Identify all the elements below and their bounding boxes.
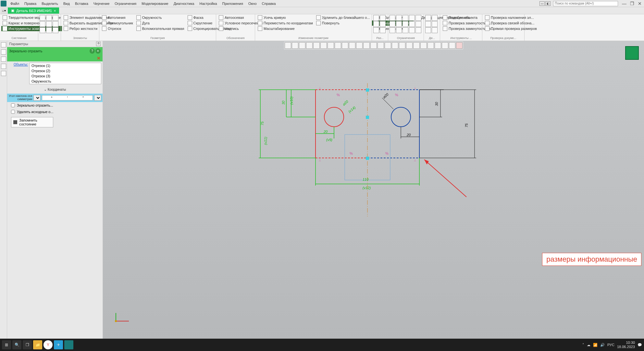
ogr-ic-13[interactable] xyxy=(402,27,408,33)
raz-ic-4[interactable] xyxy=(380,21,386,27)
explorer-icon[interactable]: 📁 xyxy=(33,340,42,349)
menu-insert[interactable]: Вставка xyxy=(72,1,91,6)
objects-list[interactable]: Отрезок (1) Отрезок (2) Отрезок (3) Окру… xyxy=(29,63,101,84)
qa-ic-6[interactable] xyxy=(53,21,58,27)
qa-ic-1[interactable] xyxy=(40,15,45,21)
system-tray[interactable]: ˄ ☁ 📶 🔊 РУС 10:3018.06.2023 💬 xyxy=(582,341,642,349)
ogr-ic-14[interactable] xyxy=(409,27,415,33)
kompas-icon[interactable] xyxy=(64,340,73,349)
qa-ic-8[interactable] xyxy=(46,27,52,33)
raz-ic-3[interactable] xyxy=(373,21,379,27)
raz-ic-1[interactable] xyxy=(373,15,379,21)
qa-ic-4[interactable] xyxy=(40,21,45,27)
raz-ic-2[interactable] xyxy=(380,15,386,21)
qa-ic-5[interactable] xyxy=(46,21,52,27)
rb-link-check[interactable]: Проверка связей обозна... xyxy=(484,20,538,26)
ogr-ic-15[interactable] xyxy=(415,27,421,33)
rb-circle[interactable]: Окружность xyxy=(135,15,186,20)
search-button[interactable]: 🔍 xyxy=(12,340,21,349)
list-item[interactable]: Отрезок (1) xyxy=(30,63,101,68)
panel-settings-icon[interactable]: ⚙ xyxy=(96,42,101,46)
raz-ic-5[interactable] xyxy=(373,27,379,33)
qa-ic-7[interactable] xyxy=(40,27,45,33)
window-close[interactable]: ✕ xyxy=(636,1,643,6)
command-tree-icon[interactable]: ≡ xyxy=(95,48,101,54)
tray-lang[interactable]: РУС xyxy=(607,343,614,347)
menu-view[interactable]: Вид xyxy=(61,1,72,6)
dia-ic-5[interactable] xyxy=(425,27,431,33)
ogr-ic-8[interactable] xyxy=(402,21,408,27)
dia-ic-4[interactable] xyxy=(432,21,438,27)
ogr-ic-10[interactable] xyxy=(415,21,421,27)
raz-ic-6[interactable] xyxy=(380,27,386,33)
tray-up-icon[interactable]: ˄ xyxy=(582,343,584,347)
menu-file[interactable]: Файл xyxy=(8,1,22,6)
dia-ic-6[interactable] xyxy=(432,27,438,33)
telegram-icon[interactable]: ✈ xyxy=(54,340,63,349)
rb-autoline[interactable]: Автолиния xyxy=(101,15,134,20)
ogr-ic-3[interactable] xyxy=(402,15,408,21)
rb-scale[interactable]: Масштабирование xyxy=(256,26,314,31)
tray-wifi-icon[interactable]: 📶 xyxy=(593,343,598,347)
menu-help[interactable]: Справка xyxy=(259,1,279,6)
document-tab[interactable]: ▣ Деталь БЕЗ ИМЕНИ1 × xyxy=(8,7,59,14)
rb-move[interactable]: Переместить по координатам xyxy=(256,20,314,26)
menu-apps[interactable]: Приложения xyxy=(220,1,246,6)
save-state-button[interactable]: Запомнить состояние xyxy=(11,117,53,127)
tray-sound-icon[interactable]: 🔊 xyxy=(600,343,605,347)
command-help-icon[interactable]: ? xyxy=(90,48,95,54)
objects-label[interactable]: Объекты: xyxy=(8,63,28,66)
doc-tab-close[interactable]: × xyxy=(54,9,56,13)
rb-aux-line[interactable]: Вспомогательная прямая xyxy=(135,26,186,31)
rb-extend[interactable]: Удлинить до ближайшего о... xyxy=(315,15,371,20)
rb-dim-check[interactable]: Прямая проверка размеров xyxy=(484,26,538,31)
mirror-checkbox[interactable] xyxy=(11,103,15,107)
ogr-ic-5[interactable] xyxy=(415,15,421,21)
menu-select[interactable]: Выделить xyxy=(39,1,61,6)
dia-ic-1[interactable] xyxy=(425,15,431,21)
layout-icon-1[interactable]: ▭ xyxy=(539,1,545,6)
tray-notifications-icon[interactable]: 💬 xyxy=(638,343,642,347)
rail-icon-1[interactable] xyxy=(1,42,6,47)
ogr-ic-12[interactable] xyxy=(396,27,402,33)
yandex-icon[interactable]: Y xyxy=(43,340,53,349)
rb-segment[interactable]: Отрезок xyxy=(101,26,134,31)
ogr-ic-2[interactable] xyxy=(396,15,402,21)
list-item[interactable]: Отрезок (2) xyxy=(30,68,101,73)
rail-icon-fx[interactable] xyxy=(1,64,6,69)
window-minimize[interactable]: — xyxy=(621,1,628,6)
command-search-input[interactable] xyxy=(553,1,618,6)
rb-arc[interactable]: Дуга xyxy=(135,20,186,26)
window-restore[interactable]: ❐ xyxy=(628,1,636,6)
qa-ic-2[interactable] xyxy=(46,15,52,21)
rb-rectangle[interactable]: Прямоугольник xyxy=(101,20,134,26)
ogr-ic-7[interactable] xyxy=(396,21,402,27)
drawing-canvas[interactable]: 30 (v10) 75 (v11) 20 (v9) 110 (v12) ⌀20 … xyxy=(103,41,644,341)
ogr-ic-1[interactable] xyxy=(390,15,395,21)
rb-trim[interactable]: Усечь кривую xyxy=(256,15,314,20)
rb-overlay-check[interactable]: Проверка наложения эл... xyxy=(484,15,538,20)
menu-modeling[interactable]: Моделирование xyxy=(139,1,171,6)
menu-diagnostics[interactable]: Диагностика xyxy=(171,1,197,6)
angle-mode-select[interactable] xyxy=(33,95,41,101)
rail-icon-3[interactable] xyxy=(1,57,6,62)
rail-icon-5[interactable] xyxy=(1,71,6,76)
qa-ic-9[interactable] xyxy=(53,27,58,33)
dia-ic-2[interactable] xyxy=(432,15,438,21)
angle-unit-select[interactable] xyxy=(94,95,101,101)
menu-draw[interactable]: Черчение xyxy=(91,1,112,6)
taskbar-clock[interactable]: 10:3018.06.2023 xyxy=(617,341,635,349)
menu-settings[interactable]: Настройка xyxy=(197,1,219,6)
menu-edit[interactable]: Правка xyxy=(22,1,39,6)
angle-dms-input[interactable]: °'" xyxy=(42,95,93,100)
tray-cloud-icon[interactable]: ☁ xyxy=(587,343,590,347)
menu-window[interactable]: Окно xyxy=(246,1,259,6)
taskview-button[interactable]: ❐ xyxy=(23,340,32,349)
ogr-ic-4[interactable] xyxy=(409,15,415,21)
menu-constraints[interactable]: Ограничения xyxy=(112,1,139,6)
layout-icon-2[interactable]: ◧ xyxy=(545,1,551,6)
start-button[interactable]: ⊞ xyxy=(2,340,11,349)
list-item[interactable]: Окружность xyxy=(30,79,101,84)
list-item[interactable]: Отрезок (3) xyxy=(30,73,101,79)
ogr-ic-6[interactable] xyxy=(390,21,395,27)
